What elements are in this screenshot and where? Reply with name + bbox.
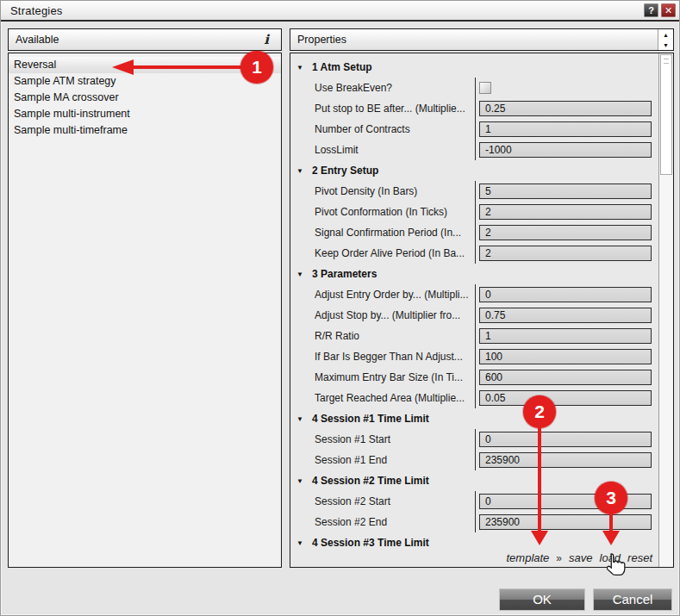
cancel-button[interactable]: Cancel [593,588,672,611]
property-value-cell: 0.75 [475,305,658,326]
property-label: Maximum Entry Bar Size (In Ti... [315,367,471,388]
template-bar: template»saveloadreset [506,551,652,564]
template-separator: » [556,552,562,564]
property-value-cell: 2 [475,243,658,264]
property-value-field[interactable]: 5 [479,184,652,199]
scrollbar-thumb[interactable] [660,54,672,175]
collapse-icon[interactable]: ▼ [296,64,305,72]
strategy-list-item[interactable]: Sample ATM strategy [9,73,281,90]
scroll-up-icon[interactable]: ▲ [658,29,673,40]
close-icon[interactable]: ✕ [661,3,676,17]
property-label: Keep Order Alive Period (In Ba... [315,243,471,264]
collapse-icon[interactable]: ▼ [296,271,305,278]
property-label: Session #2 End [315,512,471,532]
strategy-list-item[interactable]: Sample MA crossover [9,90,281,106]
property-section-header[interactable]: ▼3 Parameters [290,264,658,284]
property-value-field[interactable]: 2 [479,246,652,261]
property-value-field[interactable]: -1000 [479,142,652,158]
property-value-cell: 2 [475,202,658,222]
available-panel-header: Available i [8,28,282,51]
property-label: Session #1 Start [315,429,471,450]
scroll-down-icon[interactable]: ▼ [658,40,673,50]
property-value-cell: 0.05 [475,388,658,408]
property-value-field[interactable]: 2 [479,225,652,240]
property-label: Signal Confirmation Period (In... [315,222,471,243]
property-value-cell: 235900 [475,512,658,532]
property-value-field[interactable]: 0.75 [479,308,652,323]
property-value-field[interactable]: 1 [479,121,652,137]
ok-button[interactable]: OK [499,588,585,611]
template-link[interactable]: template [506,551,549,564]
property-section-header[interactable]: ▼1 Atm Setup [290,57,658,78]
strategy-list-item[interactable]: Sample multi-instrument [9,106,281,122]
collapse-icon[interactable]: ▼ [296,167,305,175]
property-row: Signal Confirmation Period (In...2 [290,222,658,243]
help-icon[interactable]: ? [644,3,658,17]
section-title: 2 Entry Setup [312,165,378,177]
property-value-cell: 1 [475,326,658,346]
property-value-field[interactable]: 235900 [479,452,652,468]
property-value-field[interactable]: 0 [479,287,652,302]
property-label: Number of Contracts [315,119,471,140]
collapse-icon[interactable]: ▼ [296,539,305,547]
property-label: Adjust Stop by... (Multiplier fro... [315,305,471,326]
property-label: Pivot Conformation (In Ticks) [315,202,471,222]
breakeven-checkbox[interactable] [479,82,491,94]
property-label: Pivot Density (In Bars) [315,181,471,202]
property-value-cell: 1 [475,119,658,140]
section-title: 4 Session #2 Time Limit [312,475,429,487]
property-value-cell: 0 [475,429,658,450]
property-row: Maximum Entry Bar Size (In Ti...600 [290,367,658,388]
property-section-header[interactable]: ▼2 Entry Setup [290,160,658,181]
section-title: 4 Session #1 Time Limit [312,413,429,425]
property-value-field[interactable]: 100 [479,349,652,364]
property-value-field[interactable]: 0.25 [479,101,652,116]
property-value-field[interactable]: 1 [479,328,652,344]
property-value-cell: 2 [475,222,658,243]
properties-scroll-buttons: ▲ ▼ [658,29,673,50]
annotation-arrowhead-3 [602,531,620,545]
property-label: Session #1 End [315,450,471,470]
save-link[interactable]: save [569,551,592,564]
property-value-cell: 100 [475,346,658,367]
property-value-field[interactable]: 0.05 [479,390,652,406]
section-title: 3 Parameters [312,268,377,280]
property-value-cell: 0 [475,491,658,512]
reset-link[interactable]: reset [627,551,652,564]
strategies-dialog: Strategies ? ✕ Available i ReversalSampl… [0,0,680,616]
property-row: Target Reached Area (Multiplie...0.05 [290,388,658,408]
property-row: Use BreakEven? [290,78,658,98]
info-icon[interactable]: i [264,32,274,47]
annotation-line-2 [538,427,541,532]
property-value-field[interactable]: 235900 [479,514,652,530]
property-value-field[interactable]: 0 [479,432,652,447]
property-label: Put stop to BE after... (Multiplie... [315,98,471,119]
collapse-icon[interactable]: ▼ [296,477,305,485]
collapse-icon[interactable]: ▼ [296,415,305,423]
property-label: If Bar Is Begger Than N Adjust... [315,346,471,367]
available-strategy-list: ReversalSample ATM strategySample MA cro… [8,53,282,568]
property-value-cell: 0.25 [475,98,658,119]
property-value-field[interactable]: 600 [479,370,652,385]
property-value-cell: 235900 [475,450,658,470]
titlebar: Strategies ? ✕ [1,1,679,22]
annotation-badge-3: 3 [595,482,627,514]
annotation-badge-1: 1 [240,51,273,84]
property-row: Session #1 Start0 [290,429,658,450]
property-label: Target Reached Area (Multiplie... [315,388,471,408]
property-row: Put stop to BE after... (Multiplie...0.2… [290,98,658,119]
property-value-field[interactable]: 2 [479,204,652,220]
annotation-arrowhead-2 [531,531,548,545]
property-row: Adjust Entry Order by... (Multipli...0 [290,284,658,305]
strategy-list-item[interactable]: Sample multi-timeframe [9,122,281,139]
property-row: Number of Contracts1 [290,119,658,140]
scrollbar-grip [664,59,669,64]
hand-cursor-icon [607,553,629,582]
properties-panel-header: Properties ▲ ▼ [290,28,674,51]
property-row: Pivot Density (In Bars)5 [290,181,658,202]
annotation-badge-2: 2 [523,395,556,428]
annotation-line-3 [609,513,613,532]
property-value-cell: 600 [475,367,658,388]
property-section-header[interactable]: ▼4 Session #1 Time Limit [290,408,658,429]
properties-scrollbar[interactable] [658,53,673,567]
